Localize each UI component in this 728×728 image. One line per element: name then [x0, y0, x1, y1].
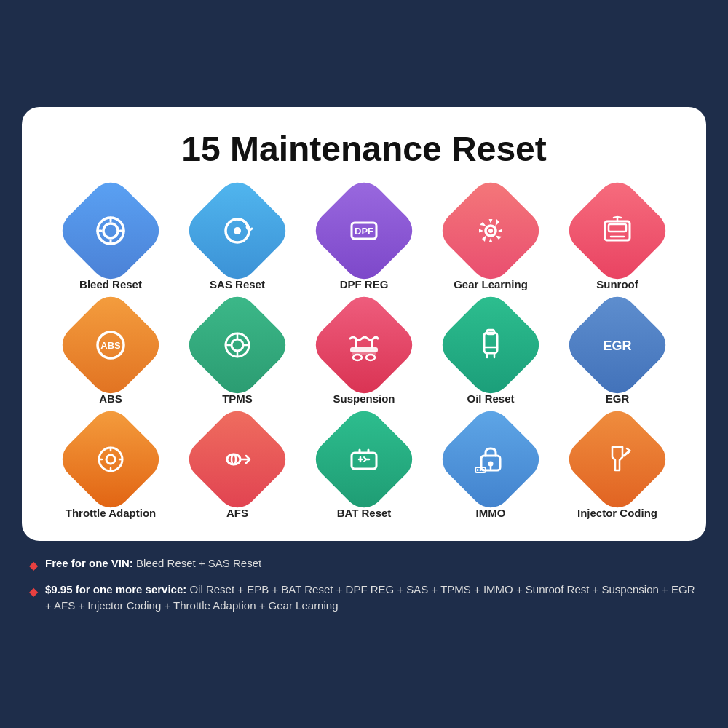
- oil-icon: [451, 305, 531, 385]
- sunroof-icon: [577, 191, 657, 271]
- item-label: DPF REG: [340, 278, 389, 290]
- icon-wrap: [181, 288, 294, 402]
- item-label: Throttle Adaption: [66, 507, 156, 519]
- grid-item-egr[interactable]: EGR EGR: [558, 305, 677, 405]
- icon-wrap: [434, 174, 547, 288]
- grid-item-suspension[interactable]: Suspension: [304, 305, 424, 405]
- svg-rect-24: [352, 453, 376, 469]
- grid-item-tpms[interactable]: TPMS: [178, 305, 297, 405]
- svg-point-21: [106, 455, 115, 464]
- icon-wrap: [181, 403, 294, 516]
- item-label: Suspension: [333, 392, 395, 405]
- injector-icon: [577, 419, 657, 499]
- grid-item-injector-coding[interactable]: Injector Coding: [558, 419, 677, 519]
- grid-item-bat-reset[interactable]: BAT Reset: [304, 419, 424, 519]
- icon-wrap: [54, 174, 167, 288]
- svg-point-3: [234, 227, 241, 234]
- item-label: Gear Learning: [454, 278, 528, 290]
- svg-point-22: [227, 454, 240, 464]
- info-section: ◆ Free for one VIN: Bleed Reset + SAS Re…: [22, 555, 706, 622]
- info-row-1: ◆ $9.95 for one more service: Oil Reset …: [29, 582, 699, 614]
- icon-wrap: [181, 174, 294, 288]
- icon-wrap: [54, 403, 167, 516]
- gear-icon: [451, 191, 531, 271]
- item-label: BAT Reset: [337, 507, 392, 519]
- items-grid: Bleed Reset SAS Reset DPF DPF REG: [51, 191, 677, 519]
- grid-item-dpf-reg[interactable]: DPF DPF REG: [304, 191, 424, 290]
- item-label: Oil Reset: [467, 392, 514, 405]
- grid-item-abs[interactable]: ABS ABS: [51, 305, 170, 405]
- icon-wrap: [307, 288, 421, 402]
- info-row-0: ◆ Free for one VIN: Bleed Reset + SAS Re…: [29, 555, 699, 574]
- svg-rect-17: [484, 333, 497, 353]
- item-label: AFS: [226, 507, 248, 519]
- item-label: IMMO: [476, 507, 506, 519]
- afs-icon: [197, 419, 277, 499]
- egr-icon: EGR: [577, 305, 657, 385]
- item-label: SAS Reset: [210, 278, 265, 290]
- dpf-icon: DPF: [324, 191, 404, 271]
- abs-icon: ABS: [71, 305, 151, 385]
- svg-point-23: [232, 454, 236, 464]
- svg-text:DPF: DPF: [355, 226, 373, 237]
- suspension-icon: [324, 305, 404, 385]
- icon-wrap: [434, 288, 547, 402]
- svg-point-7: [488, 229, 493, 233]
- grid-item-bleed-reset[interactable]: Bleed Reset: [51, 191, 170, 290]
- bat-icon: [324, 419, 404, 499]
- svg-point-15: [353, 355, 362, 360]
- throttle-icon: [71, 419, 151, 499]
- info-text: Free for one VIN: Bleed Reset + SAS Rese…: [45, 555, 261, 572]
- svg-point-28: [477, 469, 479, 471]
- icon-wrap: EGR: [561, 288, 674, 402]
- main-card: 15 Maintenance Reset Bleed Reset SAS Res…: [22, 107, 706, 541]
- grid-item-throttle-adaption[interactable]: Throttle Adaption: [51, 419, 170, 519]
- immo-icon: [451, 419, 531, 499]
- item-label: Injector Coding: [577, 507, 657, 519]
- item-label: ABS: [99, 392, 122, 405]
- grid-item-sunroof[interactable]: Sunroof: [558, 191, 677, 290]
- svg-point-16: [366, 355, 375, 360]
- icon-wrap: [307, 403, 421, 516]
- item-label: TPMS: [222, 392, 253, 405]
- svg-text:EGR: EGR: [603, 339, 631, 353]
- icon-wrap: DPF: [307, 174, 421, 288]
- item-label: Bleed Reset: [79, 278, 142, 290]
- svg-rect-9: [609, 224, 626, 232]
- grid-item-afs[interactable]: AFS: [178, 419, 297, 519]
- icon-wrap: [561, 174, 674, 288]
- icon-wrap: ABS: [54, 288, 167, 402]
- tpms-icon: [197, 305, 277, 385]
- icon-wrap: [561, 403, 674, 516]
- item-label: Sunroof: [596, 278, 638, 290]
- diamond-icon: ◆: [29, 557, 38, 574]
- bleed-icon: [71, 191, 151, 271]
- grid-item-gear-learning[interactable]: Gear Learning: [431, 191, 550, 290]
- info-text: $9.95 for one more service: Oil Reset + …: [45, 582, 699, 614]
- grid-item-sas-reset[interactable]: SAS Reset: [178, 191, 297, 290]
- svg-point-13: [232, 339, 243, 351]
- sas-icon: [197, 191, 277, 271]
- grid-item-immo[interactable]: IMMO: [431, 419, 550, 519]
- item-label: EGR: [606, 392, 630, 405]
- svg-text:ABS: ABS: [100, 340, 121, 351]
- icon-wrap: [434, 403, 547, 516]
- svg-point-1: [103, 223, 118, 238]
- grid-item-oil-reset[interactable]: Oil Reset: [431, 305, 550, 405]
- page-title: 15 Maintenance Reset: [51, 129, 677, 169]
- diamond-icon: ◆: [29, 583, 38, 601]
